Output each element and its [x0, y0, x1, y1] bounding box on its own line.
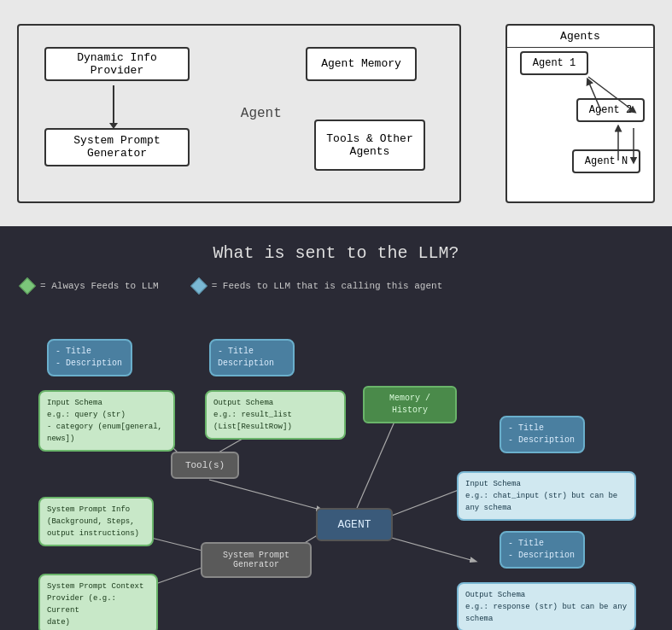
output-schema-right-box: Output Schema e.g.: response (str) but c…: [457, 582, 636, 630]
tools-box-flow: Tool(s): [171, 452, 239, 479]
legend: = Always Feeds to LLM = Feeds to LLM tha…: [21, 280, 651, 292]
svg-line-7: [209, 480, 320, 510]
multi-agent-arrows: [507, 26, 653, 201]
system-prompt-context-box: System Prompt Context Provider (e.g.: Cu…: [38, 574, 158, 630]
input-schema-left-box: Input Schema e.g.: query (str) - categor…: [38, 390, 175, 452]
system-prompt-box: System Prompt Generator: [44, 128, 190, 166]
bottom-panel: What is sent to the LLM? = Always Feeds …: [0, 226, 672, 630]
output-title-right-box: - Title - Description: [500, 531, 585, 569]
output-schema-box: Output Schema e.g.: result_list (List[Re…: [205, 390, 346, 440]
agent-memory-box: Agent Memory: [306, 47, 417, 81]
bottom-title: What is sent to the LLM?: [21, 243, 651, 263]
dynamic-info-box: Dynamic Info Provider: [44, 47, 190, 81]
input-title-left-box: - Title - Description: [47, 339, 132, 376]
arrow-down: [113, 85, 114, 124]
diamond-green-icon: [19, 277, 36, 295]
memory-history-box: Memory / History: [363, 386, 457, 423]
legend-blue: = Feeds to LLM that is calling this agen…: [193, 280, 443, 292]
input-title-right-box: - Title - Description: [500, 416, 585, 453]
top-panel: Agent Dynamic Info Provider System Promp…: [0, 0, 672, 226]
system-prompt-gen-box: System Prompt Generator: [201, 542, 312, 578]
flow-diagram: - Title - Description Input Schema e.g.:…: [21, 313, 651, 630]
legend-green: = Always Feeds to LLM: [21, 280, 159, 292]
agent-label: Agent: [241, 106, 282, 121]
multi-agent-diagram: Agents Agent 1 Agent 2 Agent N: [505, 24, 655, 203]
agent-center-box: AGENT: [316, 508, 393, 541]
svg-line-8: [354, 416, 397, 514]
input-schema-right-box: Input Schema e.g.: chat_input (str) but …: [457, 471, 636, 521]
svg-line-0: [588, 77, 634, 111]
agent-diagram: Agent Dynamic Info Provider System Promp…: [17, 24, 461, 203]
output-title-box: - Title Description: [209, 339, 295, 376]
diamond-blue-icon: [190, 277, 207, 295]
system-prompt-info-box: System Prompt Info (Background, Steps, o…: [38, 497, 154, 546]
tools-box: Tools & Other Agents: [314, 120, 425, 171]
